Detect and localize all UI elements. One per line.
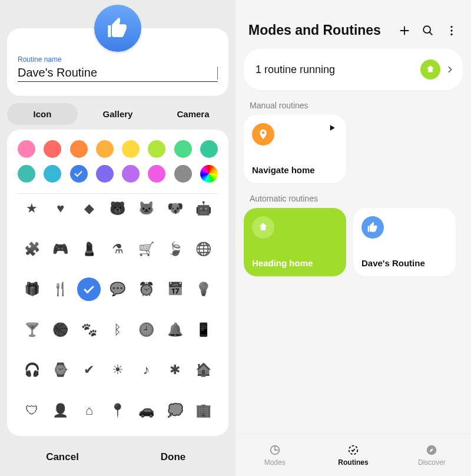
done-button[interactable]: Done — [118, 438, 228, 476]
icon-option-bell[interactable]: 🔔 — [167, 322, 183, 338]
icon-option-cocktail[interactable]: 🍸 — [24, 322, 39, 338]
color-swatch[interactable] — [174, 165, 192, 183]
icon-option-puzzle[interactable]: 🧩 — [24, 242, 39, 257]
icon-option-office[interactable]: 🏢 — [196, 403, 211, 418]
more-vertical-icon — [445, 24, 458, 37]
play-icon — [327, 123, 337, 133]
icon-option-shield[interactable]: 🛡 — [24, 403, 39, 418]
pin-icon — [252, 123, 274, 146]
color-swatch[interactable] — [122, 140, 140, 158]
icon-option-basketball[interactable]: 🏀 — [53, 322, 68, 338]
icon-option-cart[interactable]: 🛒 — [139, 242, 154, 257]
thumbs-up-icon — [361, 216, 384, 239]
routine-editor-screen: Routine name Icon Gallery Camera ★♥◆🐻🐱🐶🤖… — [0, 0, 236, 476]
icon-option-phone[interactable]: 📱 — [196, 322, 211, 338]
page-title: Modes and Routines — [248, 22, 390, 38]
icon-option-house[interactable]: ⌂ — [81, 403, 97, 418]
running-badge — [420, 60, 440, 80]
icon-option-robot[interactable]: 🤖 — [196, 201, 211, 216]
icon-option-leaf[interactable]: 🍃 — [167, 242, 183, 257]
tab-icon[interactable]: Icon — [7, 103, 78, 125]
more-button[interactable] — [445, 24, 460, 37]
running-text: 1 routine running — [256, 64, 420, 76]
icon-option-utensils[interactable]: 🍴 — [53, 282, 68, 297]
icon-option-heart[interactable]: ♥ — [53, 201, 68, 216]
icon-option-music[interactable]: ♪ — [139, 362, 154, 378]
icon-option-gift[interactable]: 🎁 — [24, 282, 39, 297]
color-swatch[interactable] — [96, 165, 114, 183]
modes-icon — [268, 444, 281, 457]
icon-option-building-home[interactable]: 🏠 — [196, 362, 211, 378]
tab-camera[interactable]: Camera — [158, 103, 228, 125]
running-routines-card[interactable]: 1 routine running — [244, 49, 463, 90]
icon-option-sunrise[interactable]: ☀ — [110, 362, 125, 378]
icon-option-person-plus[interactable]: 👤 — [53, 403, 68, 418]
routines-list-screen: Modes and Routines 1 routine running Man… — [236, 0, 471, 476]
routine-name-input[interactable] — [18, 66, 218, 80]
search-button[interactable] — [422, 24, 437, 37]
nav-discover[interactable]: Discover — [393, 434, 471, 476]
routine-name-label: Routine name — [18, 55, 218, 64]
icon-option-star[interactable]: ★ — [24, 201, 39, 216]
icon-option-comment[interactable]: 💭 — [167, 403, 183, 418]
icon-option-check-badge[interactable]: ✔ — [81, 362, 97, 378]
icon-option-cat[interactable]: 🐱 — [139, 201, 154, 216]
thumbs-up-icon — [106, 16, 130, 40]
color-swatch[interactable] — [18, 165, 35, 183]
bottom-buttons: Cancel Done — [7, 438, 228, 476]
icon-option-connections[interactable]: ✱ — [167, 362, 183, 378]
icon-option-clock[interactable]: 🕘 — [139, 322, 154, 338]
color-swatch[interactable] — [18, 140, 35, 158]
image-source-tabs: Icon Gallery Camera — [7, 103, 228, 125]
cancel-button[interactable]: Cancel — [7, 438, 118, 476]
tab-gallery[interactable]: Gallery — [82, 103, 153, 125]
color-swatch[interactable] — [96, 140, 114, 158]
color-swatch[interactable] — [148, 165, 165, 183]
svg-point-0 — [423, 26, 430, 33]
routine-name-input-wrap[interactable] — [18, 65, 218, 82]
icon-option-alarm[interactable]: ⏰ — [139, 282, 154, 297]
routine-icon-preview[interactable] — [94, 5, 141, 52]
color-swatch[interactable] — [44, 140, 61, 158]
color-swatch[interactable] — [174, 140, 192, 158]
icon-option-pin[interactable]: 📍 — [110, 403, 125, 418]
icon-option-chat[interactable]: 💬 — [110, 282, 125, 297]
routine-icon-preview-wrap — [7, 5, 228, 28]
icon-option-car[interactable]: 🚗 — [139, 403, 154, 418]
color-swatch[interactable] — [122, 165, 140, 183]
routine-tile-heading-home[interactable]: Heading home — [244, 208, 346, 276]
icon-option-checkmark[interactable] — [77, 277, 101, 301]
icon-option-bulb[interactable]: 💡 — [196, 282, 211, 297]
icon-option-flask[interactable]: ⚗ — [110, 242, 125, 257]
icon-option-diamond[interactable]: ◆ — [81, 201, 97, 216]
header: Modes and Routines — [248, 22, 460, 38]
icon-option-globe[interactable]: 🌐 — [196, 242, 211, 257]
color-swatch[interactable] — [148, 140, 165, 158]
color-swatch-selected[interactable] — [70, 165, 88, 183]
tile-title: Dave's Routine — [361, 258, 447, 268]
icon-option-earbuds[interactable]: 🎧 — [24, 362, 39, 378]
home-arrow-icon — [425, 64, 436, 75]
color-swatch[interactable] — [200, 140, 218, 158]
icon-option-bluetooth[interactable]: ᛒ — [110, 322, 125, 338]
chevron-right-icon — [445, 65, 455, 74]
icon-option-dog[interactable]: 🐶 — [167, 201, 183, 216]
icon-option-gamepad[interactable]: 🎮 — [53, 242, 68, 257]
color-row-2 — [18, 165, 218, 183]
icon-option-paw[interactable]: 🐾 — [81, 322, 97, 338]
routine-tile-navigate-home[interactable]: Navigate home — [244, 115, 346, 183]
icon-option-watch[interactable]: ⌚ — [53, 362, 68, 378]
icon-option-bear[interactable]: 🐻 — [110, 201, 125, 216]
color-swatch[interactable] — [44, 165, 61, 183]
home-arrow-icon — [252, 216, 274, 239]
color-swatch-custom[interactable] — [200, 165, 218, 183]
nav-routines[interactable]: Routines — [314, 434, 392, 476]
icon-option-lipstick[interactable]: 💄 — [81, 242, 97, 257]
nav-modes[interactable]: Modes — [236, 434, 314, 476]
play-button[interactable] — [327, 123, 337, 133]
color-swatch[interactable] — [70, 140, 88, 158]
icon-option-calendar[interactable]: 📅 — [167, 282, 183, 297]
auto-section-label: Automatic routines — [250, 194, 463, 203]
add-button[interactable] — [398, 24, 413, 37]
routine-tile-daves-routine[interactable]: Dave's Routine — [353, 208, 456, 276]
